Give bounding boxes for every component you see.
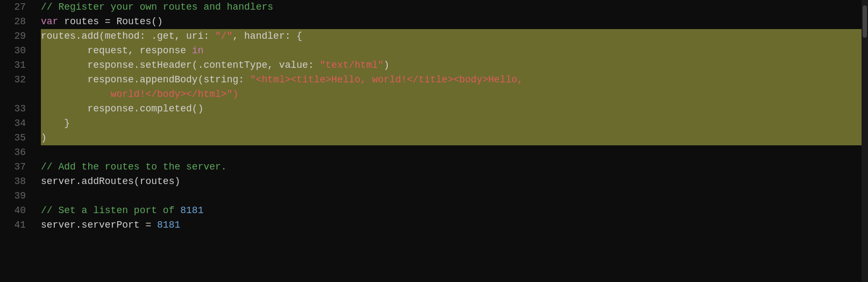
code-token: response.appendBody(string:	[41, 74, 250, 85]
line-number-34: 34	[0, 116, 26, 131]
scrollbar[interactable]	[862, 0, 868, 282]
code-line-32-cont: world!</body></html>")	[41, 87, 862, 102]
code-line-35: )	[41, 131, 862, 145]
code-line-31: response.setHeader(.contentType, value: …	[41, 58, 862, 73]
keyword-var: var	[41, 16, 58, 27]
comment-token: // Register your own routes and handlers	[41, 2, 273, 12]
line-number-31: 31	[0, 58, 26, 73]
string-token: "<html><title>Hello, world!</title><body…	[250, 74, 523, 85]
line-number-35: 35	[0, 131, 26, 145]
string-token: world!</body></html>")	[111, 89, 239, 100]
line-number-33: 33	[0, 102, 26, 116]
code-line-27: // Register your own routes and handlers	[41, 0, 862, 15]
line-number-29: 29	[0, 29, 26, 44]
code-line-33: response.completed()	[41, 102, 862, 116]
line-number-32-cont	[0, 87, 26, 102]
code-token: server.addRoutes(routes)	[41, 176, 180, 187]
code-line-30: request, response in	[41, 44, 862, 58]
code-content[interactable]: // Register your own routes and handlers…	[32, 0, 862, 282]
keyword-in: in	[192, 45, 204, 56]
code-token: response.setHeader(.contentType, value:	[41, 60, 319, 70]
code-line-41: server.serverPort = 8181	[41, 218, 862, 232]
line-number-28: 28	[0, 15, 26, 29]
string-token: "/"	[215, 31, 232, 41]
line-number-38: 38	[0, 174, 26, 189]
line-number-40: 40	[0, 203, 26, 218]
line-number-37: 37	[0, 160, 26, 174]
code-line-40: // Set a listen port of 8181	[41, 203, 862, 218]
line-numbers-gutter: 27 28 29 30 31 32 33 34 35 36 37 38 39 4…	[0, 0, 32, 282]
code-token: response.completed()	[41, 103, 203, 114]
comment-token: // Add the routes to the server.	[41, 161, 227, 172]
code-line-29: routes.add(method: .get, uri: "/", handl…	[41, 29, 862, 44]
code-token: server.serverPort =	[41, 220, 157, 230]
line-number-30: 30	[0, 44, 26, 58]
code-token: )	[383, 60, 389, 70]
code-token: routes.add(method: .get, uri:	[41, 31, 215, 41]
line-number-36: 36	[0, 145, 26, 160]
code-token: }	[41, 118, 70, 129]
code-token	[41, 89, 111, 100]
code-token: routes = Routes()	[58, 16, 162, 27]
code-token: , handler: {	[232, 31, 302, 41]
line-number-32: 32	[0, 73, 26, 87]
scrollbar-thumb[interactable]	[863, 5, 867, 38]
line-number-39: 39	[0, 189, 26, 203]
code-line-32: response.appendBody(string: "<html><titl…	[41, 73, 862, 87]
code-line-34: }	[41, 116, 862, 131]
comment-token: // Set a listen port of	[41, 205, 180, 216]
string-token: "text/html"	[319, 60, 383, 70]
number-token: 8181	[157, 220, 180, 230]
number-token: 8181	[180, 205, 203, 216]
code-line-37: // Add the routes to the server.	[41, 160, 862, 174]
code-token: )	[41, 132, 47, 143]
code-line-36	[41, 145, 862, 160]
code-editor: 27 28 29 30 31 32 33 34 35 36 37 38 39 4…	[0, 0, 868, 282]
line-number-41: 41	[0, 218, 26, 232]
code-line-39	[41, 189, 862, 203]
code-line-38: server.addRoutes(routes)	[41, 174, 862, 189]
line-number-27: 27	[0, 0, 26, 15]
code-line-28: var routes = Routes()	[41, 15, 862, 29]
code-token: request, response	[41, 45, 192, 56]
